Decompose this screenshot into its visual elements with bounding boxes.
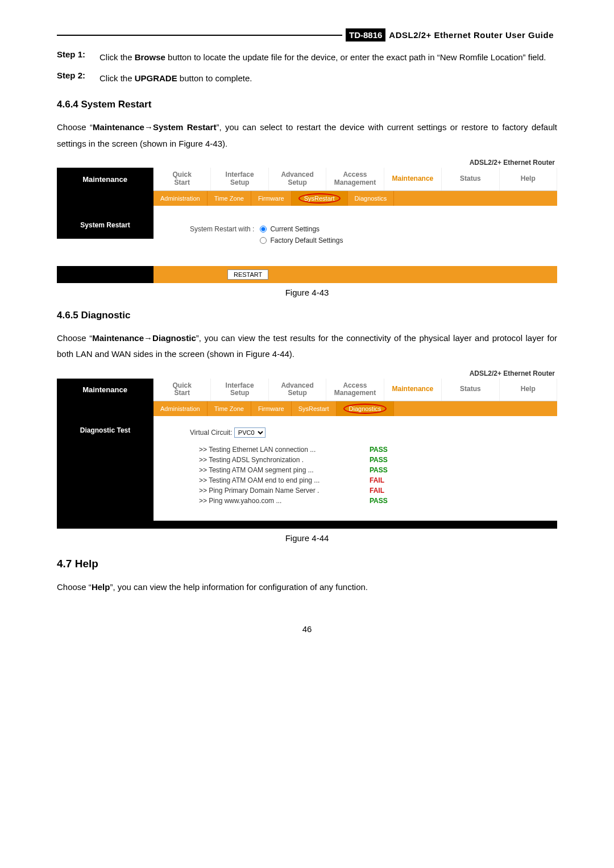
restart-with-label: System Restart with : <box>190 225 254 233</box>
section-4-7-text: Choose “Help”, you can view the help inf… <box>57 579 557 596</box>
diagnostic-test-row: >> Testing ADSL Synchronization .PASS <box>171 456 549 464</box>
fig44-tabs: Quick Start Interface Setup Advanced Set… <box>154 379 557 402</box>
fig43-caption: Figure 4-43 <box>57 288 557 297</box>
diagnostic-test-name: >> Testing ADSL Synchronization . <box>199 456 370 464</box>
tab-maintenance[interactable]: Maintenance <box>384 168 442 190</box>
fig43-tabs: Quick Start Interface Setup Advanced Set… <box>154 168 557 191</box>
tab-help[interactable]: Help <box>500 168 557 190</box>
page-number: 46 <box>57 624 557 634</box>
subtab-timezone-2[interactable]: Time Zone <box>208 401 251 416</box>
step-1-label: Step 1: <box>57 49 99 66</box>
figure-4-44: ADSL2/2+ Ethernet Router Maintenance Qui… <box>57 368 557 529</box>
step-2-label: Step 2: <box>57 70 99 87</box>
tab-quick-start-2[interactable]: Quick Start <box>154 379 211 401</box>
radio-factory-default[interactable]: Factory Default Settings <box>260 236 343 244</box>
subtab-diagnostics[interactable]: Diagnostics <box>348 191 395 206</box>
diagnostic-test-row: >> Ping www.yahoo.com ...PASS <box>171 497 549 505</box>
section-4-6-5-heading: 4.6.5 Diagnostic <box>57 310 557 321</box>
header-rule-left <box>57 35 342 36</box>
tab-interface-setup-2[interactable]: Interface Setup <box>211 379 268 401</box>
virtual-circuit-select[interactable]: PVC0 <box>234 427 265 438</box>
diagnostic-test-name: >> Ping Primary Domain Name Server . <box>199 487 370 495</box>
header-title: ADSL2/2+ Ethernet Router User Guide <box>385 28 557 41</box>
diagnostic-test-row: >> Testing Ethernet LAN connection ...PA… <box>171 446 549 454</box>
diagnostic-test-name: >> Testing Ethernet LAN connection ... <box>199 446 370 454</box>
subtab-timezone[interactable]: Time Zone <box>208 191 251 206</box>
step-2: Step 2: Click the UPGRADE button to comp… <box>57 70 557 87</box>
fig44-brand: ADSL2/2+ Ethernet Router <box>57 368 557 379</box>
fig43-brand: ADSL2/2+ Ethernet Router <box>57 157 557 168</box>
tab-interface-setup[interactable]: Interface Setup <box>211 168 268 190</box>
diagnostic-test-row: >> Testing ATM OAM end to end ping ...FA… <box>171 476 549 484</box>
tab-advanced-setup-2[interactable]: Advanced Setup <box>269 379 326 401</box>
subtab-administration-2[interactable]: Administration <box>154 401 208 416</box>
radio-current-settings-input[interactable] <box>260 226 267 232</box>
subtab-sysrestart[interactable]: SysRestart <box>292 191 348 206</box>
tab-access-management-2[interactable]: Access Management <box>326 379 384 401</box>
subtab-firmware-2[interactable]: Firmware <box>251 401 292 416</box>
section-4-6-5-text: Choose “Maintenance→Diagnostic”, you can… <box>57 330 557 363</box>
tab-maintenance-2[interactable]: Maintenance <box>384 379 442 401</box>
diagnostic-test-result: PASS <box>370 466 404 474</box>
fig44-subtabs: Administration Time Zone Firmware SysRes… <box>154 401 557 416</box>
fig43-left-sub: System Restart <box>57 211 154 239</box>
section-4-6-4-text: Choose “Maintenance→System Restart”, you… <box>57 119 557 152</box>
virtual-circuit-row: Virtual Circuit: PVC0 <box>190 427 549 438</box>
fig43-subtabs: Administration Time Zone Firmware SysRes… <box>154 191 557 206</box>
page-header: TD-8816 ADSL2/2+ Ethernet Router User Gu… <box>57 28 557 41</box>
section-4-7-heading: 4.7 Help <box>57 558 557 570</box>
radio-factory-default-input[interactable] <box>260 237 267 244</box>
diagnostic-test-result: PASS <box>370 497 404 505</box>
subtab-sysrestart-2[interactable]: SysRestart <box>292 401 337 416</box>
restart-button[interactable]: RESTART <box>227 269 268 280</box>
subtab-diagnostics-2[interactable]: Diagnostics <box>337 401 395 416</box>
diagnostic-test-name: >> Testing ATM OAM end to end ping ... <box>199 476 370 484</box>
step-1: Step 1: Click the Browse button to locat… <box>57 49 557 66</box>
header-model-badge: TD-8816 <box>346 28 385 41</box>
tab-quick-start[interactable]: Quick Start <box>154 168 211 190</box>
fig44-left-sub: Diagnostic Test <box>57 422 154 521</box>
tab-access-management[interactable]: Access Management <box>326 168 384 190</box>
tab-status[interactable]: Status <box>442 168 499 190</box>
figure-4-43: ADSL2/2+ Ethernet Router Maintenance Qui… <box>57 157 557 283</box>
section-4-6-4-heading: 4.6.4 System Restart <box>57 99 557 110</box>
radio-current-settings[interactable]: Current Settings <box>260 225 343 233</box>
fig43-left-label: Maintenance <box>57 168 154 191</box>
fig44-caption: Figure 4-44 <box>57 533 557 543</box>
diagnostic-test-row: >> Testing ATM OAM segment ping ...PASS <box>171 466 549 474</box>
diagnostic-test-result: PASS <box>370 446 404 454</box>
diagnostic-test-result: FAIL <box>370 476 404 484</box>
tab-help-2[interactable]: Help <box>500 379 557 401</box>
diagnostic-test-result: PASS <box>370 456 404 464</box>
step-2-text: Click the UPGRADE button to complete. <box>99 70 557 87</box>
tab-status-2[interactable]: Status <box>442 379 499 401</box>
subtab-firmware[interactable]: Firmware <box>251 191 292 206</box>
virtual-circuit-label: Virtual Circuit: <box>190 429 232 437</box>
subtab-administration[interactable]: Administration <box>154 191 208 206</box>
diagnostic-test-name: >> Testing ATM OAM segment ping ... <box>199 466 370 474</box>
tab-advanced-setup[interactable]: Advanced Setup <box>269 168 326 190</box>
diagnostic-test-result: FAIL <box>370 487 404 495</box>
diagnostic-test-row: >> Ping Primary Domain Name Server .FAIL <box>171 487 549 495</box>
diagnostic-test-name: >> Ping www.yahoo.com ... <box>199 497 370 505</box>
fig44-left-label: Maintenance <box>57 379 154 402</box>
step-1-text: Click the Browse button to locate the up… <box>99 49 557 66</box>
